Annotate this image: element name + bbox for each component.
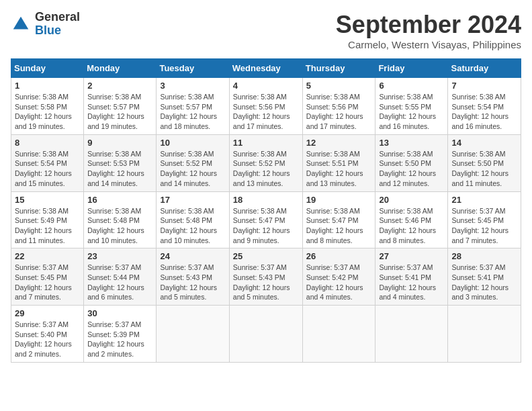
table-row: 7 Sunrise: 5:38 AM Sunset: 5:54 PM Dayli…	[448, 78, 521, 135]
header-monday: Monday	[84, 59, 157, 78]
day-info: Sunrise: 5:38 AM Sunset: 5:56 PM Dayligh…	[233, 92, 299, 132]
day-number: 6	[379, 81, 444, 91]
day-info: Sunrise: 5:38 AM Sunset: 5:54 PM Dayligh…	[15, 149, 80, 189]
table-row: 26 Sunrise: 5:37 AM Sunset: 5:42 PM Dayl…	[302, 248, 375, 306]
logo-general-text: General	[35, 11, 80, 24]
table-row	[302, 306, 375, 363]
day-info: Sunrise: 5:37 AM Sunset: 5:43 PM Dayligh…	[160, 263, 225, 302]
logo-blue-text: Blue	[35, 24, 80, 38]
header-thursday: Thursday	[302, 59, 375, 78]
day-number: 8	[15, 138, 80, 148]
title-area: September 2024 Carmelo, Western Visayas,…	[336, 11, 521, 50]
logo-icon	[11, 14, 31, 34]
day-number: 21	[451, 195, 517, 205]
table-row: 11 Sunrise: 5:38 AM Sunset: 5:52 PM Dayl…	[229, 134, 302, 191]
day-info: Sunrise: 5:37 AM Sunset: 5:45 PM Dayligh…	[15, 263, 80, 302]
day-number: 24	[160, 251, 225, 261]
table-row	[375, 306, 448, 363]
day-info: Sunrise: 5:38 AM Sunset: 5:58 PM Dayligh…	[15, 92, 80, 132]
table-row: 25 Sunrise: 5:37 AM Sunset: 5:43 PM Dayl…	[229, 248, 302, 306]
day-number: 7	[451, 81, 517, 91]
day-number: 18	[233, 195, 299, 205]
svg-marker-0	[13, 17, 29, 30]
table-row	[229, 306, 302, 363]
day-number: 13	[379, 138, 444, 148]
table-row: 17 Sunrise: 5:38 AM Sunset: 5:48 PM Dayl…	[157, 191, 229, 248]
day-number: 28	[451, 251, 517, 261]
day-info: Sunrise: 5:38 AM Sunset: 5:56 PM Dayligh…	[306, 92, 372, 132]
table-row: 18 Sunrise: 5:38 AM Sunset: 5:47 PM Dayl…	[229, 191, 302, 248]
day-info: Sunrise: 5:38 AM Sunset: 5:49 PM Dayligh…	[15, 206, 80, 246]
day-info: Sunrise: 5:38 AM Sunset: 5:46 PM Dayligh…	[379, 206, 444, 246]
table-row: 1 Sunrise: 5:38 AM Sunset: 5:58 PM Dayli…	[11, 78, 84, 135]
logo: General Blue	[11, 11, 80, 38]
day-info: Sunrise: 5:37 AM Sunset: 5:39 PM Dayligh…	[87, 320, 152, 359]
day-info: Sunrise: 5:38 AM Sunset: 5:57 PM Dayligh…	[160, 92, 225, 132]
table-row: 2 Sunrise: 5:38 AM Sunset: 5:57 PM Dayli…	[84, 78, 157, 135]
day-number: 20	[379, 195, 444, 205]
table-row: 9 Sunrise: 5:38 AM Sunset: 5:53 PM Dayli…	[84, 134, 157, 191]
day-number: 14	[451, 138, 517, 148]
table-row: 15 Sunrise: 5:38 AM Sunset: 5:49 PM Dayl…	[11, 191, 84, 248]
calendar-week-row: 15 Sunrise: 5:38 AM Sunset: 5:49 PM Dayl…	[11, 191, 521, 248]
calendar-week-row: 8 Sunrise: 5:38 AM Sunset: 5:54 PM Dayli…	[11, 134, 521, 191]
day-info: Sunrise: 5:37 AM Sunset: 5:42 PM Dayligh…	[306, 263, 372, 302]
table-row: 10 Sunrise: 5:38 AM Sunset: 5:52 PM Dayl…	[157, 134, 229, 191]
day-number: 25	[233, 251, 299, 261]
day-number: 11	[233, 138, 299, 148]
table-row: 3 Sunrise: 5:38 AM Sunset: 5:57 PM Dayli…	[157, 78, 229, 135]
table-row: 30 Sunrise: 5:37 AM Sunset: 5:39 PM Dayl…	[84, 306, 157, 363]
day-number: 10	[160, 138, 225, 148]
day-number: 1	[15, 81, 80, 91]
day-number: 23	[87, 251, 152, 261]
day-info: Sunrise: 5:38 AM Sunset: 5:55 PM Dayligh…	[379, 92, 444, 132]
table-row: 13 Sunrise: 5:38 AM Sunset: 5:50 PM Dayl…	[375, 134, 448, 191]
page-header: General Blue September 2024 Carmelo, Wes…	[11, 11, 521, 50]
table-row: 29 Sunrise: 5:37 AM Sunset: 5:40 PM Dayl…	[11, 306, 84, 363]
header-sunday: Sunday	[11, 59, 84, 78]
day-number: 5	[306, 81, 372, 91]
table-row: 16 Sunrise: 5:38 AM Sunset: 5:48 PM Dayl…	[84, 191, 157, 248]
day-info: Sunrise: 5:38 AM Sunset: 5:48 PM Dayligh…	[87, 206, 152, 246]
calendar-week-row: 1 Sunrise: 5:38 AM Sunset: 5:58 PM Dayli…	[11, 78, 521, 135]
day-number: 26	[306, 251, 372, 261]
day-number: 22	[15, 251, 80, 261]
day-number: 4	[233, 81, 299, 91]
calendar-table: Sunday Monday Tuesday Wednesday Thursday…	[11, 58, 521, 363]
day-number: 9	[87, 138, 152, 148]
table-row: 5 Sunrise: 5:38 AM Sunset: 5:56 PM Dayli…	[302, 78, 375, 135]
table-row: 24 Sunrise: 5:37 AM Sunset: 5:43 PM Dayl…	[157, 248, 229, 306]
table-row: 4 Sunrise: 5:38 AM Sunset: 5:56 PM Dayli…	[229, 78, 302, 135]
day-info: Sunrise: 5:38 AM Sunset: 5:47 PM Dayligh…	[233, 206, 299, 246]
table-row: 14 Sunrise: 5:38 AM Sunset: 5:50 PM Dayl…	[448, 134, 521, 191]
header-saturday: Saturday	[448, 59, 521, 78]
day-info: Sunrise: 5:37 AM Sunset: 5:41 PM Dayligh…	[451, 263, 517, 302]
table-row: 23 Sunrise: 5:37 AM Sunset: 5:44 PM Dayl…	[84, 248, 157, 306]
table-row: 22 Sunrise: 5:37 AM Sunset: 5:45 PM Dayl…	[11, 248, 84, 306]
day-number: 15	[15, 195, 80, 205]
location-subtitle: Carmelo, Western Visayas, Philippines	[336, 39, 521, 50]
day-number: 27	[379, 251, 444, 261]
day-number: 30	[87, 308, 152, 318]
table-row	[448, 306, 521, 363]
calendar-week-row: 22 Sunrise: 5:37 AM Sunset: 5:45 PM Dayl…	[11, 248, 521, 306]
day-info: Sunrise: 5:37 AM Sunset: 5:41 PM Dayligh…	[379, 263, 444, 302]
day-info: Sunrise: 5:37 AM Sunset: 5:43 PM Dayligh…	[233, 263, 299, 302]
month-title: September 2024	[336, 11, 521, 39]
day-number: 17	[160, 195, 225, 205]
header-friday: Friday	[375, 59, 448, 78]
day-number: 12	[306, 138, 372, 148]
day-info: Sunrise: 5:38 AM Sunset: 5:52 PM Dayligh…	[160, 149, 225, 189]
header-wednesday: Wednesday	[229, 59, 302, 78]
day-number: 3	[160, 81, 225, 91]
table-row: 20 Sunrise: 5:38 AM Sunset: 5:46 PM Dayl…	[375, 191, 448, 248]
header-tuesday: Tuesday	[157, 59, 229, 78]
day-info: Sunrise: 5:38 AM Sunset: 5:53 PM Dayligh…	[87, 149, 152, 189]
day-info: Sunrise: 5:38 AM Sunset: 5:50 PM Dayligh…	[379, 149, 444, 189]
day-info: Sunrise: 5:38 AM Sunset: 5:57 PM Dayligh…	[87, 92, 152, 132]
table-row: 8 Sunrise: 5:38 AM Sunset: 5:54 PM Dayli…	[11, 134, 84, 191]
day-info: Sunrise: 5:38 AM Sunset: 5:52 PM Dayligh…	[233, 149, 299, 189]
day-info: Sunrise: 5:38 AM Sunset: 5:54 PM Dayligh…	[451, 92, 517, 132]
table-row: 19 Sunrise: 5:38 AM Sunset: 5:47 PM Dayl…	[302, 191, 375, 248]
day-info: Sunrise: 5:38 AM Sunset: 5:48 PM Dayligh…	[160, 206, 225, 246]
